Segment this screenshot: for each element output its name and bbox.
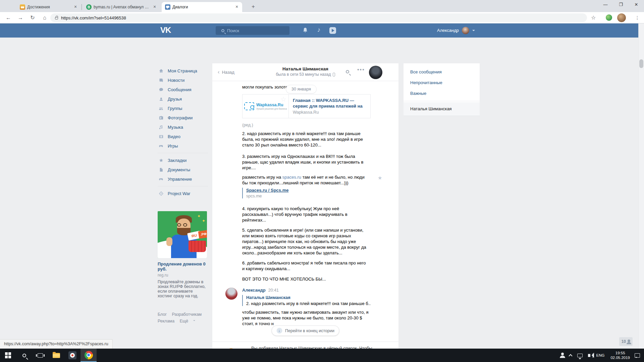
sidebar-item-manage[interactable]: Управление xyxy=(158,174,213,184)
search-icon xyxy=(221,29,224,32)
task-view-button[interactable] xyxy=(32,349,48,362)
tab-bymas[interactable]: B bymas.ru | Avenax обманул на 3 × xyxy=(83,2,160,12)
page-scrollbar[interactable] xyxy=(638,23,644,349)
gamepad-icon xyxy=(158,176,164,182)
message-text: ВОТ ЭТО ТО ЧТО МНЕ ХОТЕЛОСЬ БЫ... xyxy=(242,276,369,282)
sidebar-item-project-war[interactable]: Project War xyxy=(158,189,213,198)
vk-search-box[interactable]: Поиск xyxy=(216,26,289,35)
back-button[interactable]: ← xyxy=(4,13,13,22)
home-button[interactable]: ⌂ xyxy=(40,13,49,22)
active-dialog-item[interactable]: Наталья Шиманская xyxy=(404,102,480,116)
reply-quote[interactable]: Наталья Шиманская 2. надо разместить игр… xyxy=(242,295,398,306)
ad-domain: reg.ru xyxy=(158,273,207,278)
footer-link-more[interactable]: Ещё xyxy=(180,319,200,323)
sidebar-item-video[interactable]: Видео xyxy=(158,132,213,141)
system-tray: ENG 19:55 02.05.2019 xyxy=(558,349,644,362)
contact-avatar[interactable] xyxy=(369,66,382,79)
sidebar-item-messages[interactable]: Сообщения xyxy=(158,85,213,94)
window-maximize-button[interactable]: ❐ xyxy=(613,0,629,10)
network-icon[interactable] xyxy=(577,354,583,357)
reload-button[interactable]: ↻ xyxy=(28,13,37,22)
document-icon xyxy=(158,167,164,173)
sidebar-item-photos[interactable]: Фотографии xyxy=(158,113,213,122)
pinned-app-button[interactable] xyxy=(64,349,80,362)
action-center-icon[interactable] xyxy=(635,353,640,358)
window-close-button[interactable]: ✕ xyxy=(629,0,644,10)
sender-name[interactable]: Александр xyxy=(242,288,266,293)
chrome-taskbar-button[interactable] xyxy=(80,349,97,362)
sidebar-item-news[interactable]: Новости xyxy=(158,75,213,85)
browser-profile-avatar[interactable] xyxy=(617,13,626,22)
sidebar-item-documents[interactable]: Документы xyxy=(158,165,213,174)
vk-logo[interactable]: VK xyxy=(160,25,171,35)
file-explorer-button[interactable] xyxy=(48,349,64,362)
own-avatar[interactable] xyxy=(225,288,237,300)
chevron-down-icon[interactable] xyxy=(472,30,475,33)
scrollbar-thumb[interactable] xyxy=(639,59,643,68)
vk-sidebar: Моя Страница Новости Сообщения Друзья Гр… xyxy=(158,63,213,198)
back-link[interactable]: ‹Назад xyxy=(218,69,234,75)
taskbar-search-button[interactable] xyxy=(16,349,32,362)
link-preview-card[interactable]: ☆ Wapkassa.Ru Лучшее решение для бизнеса… xyxy=(242,94,371,118)
filter-unread[interactable]: Непрочитанные xyxy=(404,77,480,88)
footer-link-ads[interactable]: Реклама xyxy=(158,319,174,323)
notifications-bell-icon[interactable] xyxy=(302,27,309,34)
quote-domain: spcs.me xyxy=(246,194,398,198)
address-bar[interactable]: https://vk.com/im?sel=514496538 xyxy=(50,13,587,22)
video-play-icon[interactable] xyxy=(329,27,336,34)
forward-button[interactable]: → xyxy=(16,13,25,22)
taskbar-clock[interactable]: 19:55 02.05.2019 xyxy=(610,351,630,360)
sidebar-item-bookmarks[interactable]: Закладки xyxy=(158,156,213,165)
bookmark-star-icon[interactable]: ☆ xyxy=(591,14,596,21)
new-tab-button[interactable]: + xyxy=(249,3,258,11)
language-indicator[interactable]: ENG xyxy=(596,353,605,357)
header-user-avatar[interactable] xyxy=(462,27,469,34)
ad-image[interactable]: RU .РФ ✦✦ xyxy=(158,211,207,258)
ad-block[interactable]: RU .РФ ✦✦ Продление доменов 0 руб. reg.r… xyxy=(158,211,207,298)
news-icon xyxy=(158,77,164,83)
music-icon[interactable]: ♪ xyxy=(317,26,321,34)
tab-close-icon[interactable]: × xyxy=(234,4,239,10)
sidebar-item-friends[interactable]: Друзья xyxy=(158,94,213,104)
tray-expand-icon[interactable] xyxy=(569,354,572,358)
header-user-name[interactable]: Александр xyxy=(437,28,459,33)
tab-close-icon[interactable]: × xyxy=(73,4,78,10)
tab-dialogs-active[interactable]: Диалоги × xyxy=(162,2,242,12)
reply-author[interactable]: Наталья Шиманская xyxy=(246,295,398,300)
spaces-link[interactable]: spaces.ru xyxy=(282,175,301,180)
url-text: https://vk.com/im?sel=514496538 xyxy=(61,15,126,20)
sidebar-item-my-page[interactable]: Моя Страница xyxy=(158,66,213,75)
filter-important[interactable]: Важные xyxy=(404,88,480,99)
link-card-logo: ☆ Wapkassa.Ru Лучшее решение для бизнеса xyxy=(243,95,289,118)
link-card-title[interactable]: Главная :: WAPKASSA.RU — сервис для прие… xyxy=(293,98,366,109)
start-button[interactable] xyxy=(0,349,16,362)
message-text: 5. сделать обновления в игре! (или сам н… xyxy=(242,227,369,256)
search-placeholder: Поиск xyxy=(227,28,239,33)
volume-icon[interactable] xyxy=(588,354,590,357)
online-counter-badge[interactable]: 10 xyxy=(619,337,633,346)
sidebar-item-music[interactable]: Музыка xyxy=(158,122,213,132)
date-separator[interactable]: 30 января xyxy=(286,85,317,94)
browser-menu-icon[interactable]: ⋮ xyxy=(634,13,641,22)
contacts-tray-icon[interactable] xyxy=(561,353,564,355)
sidebar-item-games[interactable]: Игры xyxy=(158,141,213,150)
important-star-icon[interactable]: ★ xyxy=(378,175,382,181)
sidebar-item-groups[interactable]: Группы xyxy=(158,104,213,113)
footer-link-developers[interactable]: Разработчикам xyxy=(172,312,202,317)
quote-title-link[interactable]: Spaces.ru / Spcs.me xyxy=(246,188,398,193)
edited-label: (ред.) xyxy=(242,123,398,127)
jump-to-end-button[interactable]: ↓ Перейти в конец истории xyxy=(271,325,339,336)
tab-close-icon[interactable]: × xyxy=(152,4,157,10)
extension-icon[interactable] xyxy=(606,14,612,21)
ad-title-link[interactable]: Продление доменов 0 руб. xyxy=(158,261,207,272)
tab-achievements[interactable]: Достижения × xyxy=(16,2,81,12)
footer-link-blog[interactable]: Блог xyxy=(158,312,167,317)
chat-search-icon[interactable] xyxy=(346,70,349,73)
message-history[interactable]: могли покупать золото ( 30 января ☆ Wapk… xyxy=(212,81,398,349)
sidebar-divider xyxy=(158,153,208,153)
window-minimize-button[interactable]: — xyxy=(598,0,613,10)
chat-more-icon[interactable]: ••• xyxy=(357,67,365,73)
star-icon xyxy=(158,158,164,163)
users-icon xyxy=(158,106,164,111)
filter-all-messages[interactable]: Все сообщения xyxy=(404,67,480,77)
